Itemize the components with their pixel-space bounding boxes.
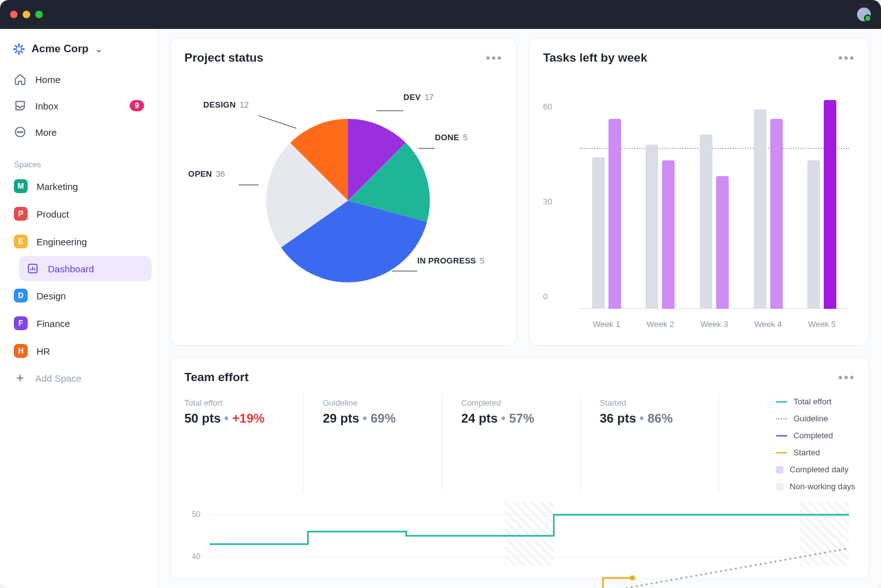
space-icon: F	[14, 316, 28, 330]
pie-label-dev: DEV17	[403, 92, 434, 102]
nav-inbox-label: Inbox	[35, 101, 59, 111]
tasks-left-card: Tasks left by week ••• 03060Week 1Week 2…	[529, 38, 870, 346]
workspace-switcher[interactable]: Acme Corp ⌄	[6, 38, 152, 67]
sidebar-space-hr[interactable]: HHR	[6, 338, 152, 364]
svg-point-9	[18, 131, 19, 133]
spaces-heading: Spaces	[6, 155, 152, 173]
bar[interactable]	[770, 119, 783, 309]
svg-line-5	[21, 51, 23, 53]
stat-value: 29 pts • 69%	[323, 411, 423, 426]
stat-label: Completed	[461, 398, 561, 408]
close-window-icon[interactable]	[10, 11, 18, 18]
minimize-window-icon[interactable]	[23, 11, 30, 18]
stat-started: Started36 pts • 86%	[600, 394, 719, 491]
card-menu-button[interactable]: •••	[838, 55, 855, 60]
stat-completed: Completed24 pts • 57%	[461, 394, 581, 491]
space-label: Engineering	[36, 236, 87, 247]
bar-group	[802, 75, 841, 309]
bar-group	[587, 75, 626, 309]
team-effort-card: Team effort ••• Total effort50 pts • +19…	[170, 357, 870, 579]
bar[interactable]	[807, 160, 820, 309]
sidebar-space-engineering[interactable]: EEngineering	[6, 228, 152, 255]
y-tick: 0	[543, 292, 547, 301]
x-label: Week 5	[802, 319, 841, 329]
bar-group	[695, 75, 734, 309]
x-label: Week 3	[695, 319, 734, 329]
card-title: Tasks left by week	[543, 51, 647, 65]
x-label: Week 4	[749, 319, 788, 329]
legend-non-working: Non-working days	[776, 482, 855, 491]
project-status-pie	[184, 78, 503, 323]
sidebar: Acme Corp ⌄ Home Inbox 9 More	[0, 29, 159, 588]
legend-completed-daily: Completed daily	[776, 465, 855, 474]
svg-line-22	[259, 116, 296, 128]
dashboard-icon	[26, 262, 39, 275]
bar[interactable]	[824, 100, 836, 309]
maximize-window-icon[interactable]	[35, 11, 43, 18]
bar[interactable]	[592, 157, 605, 309]
project-status-card: Project status ••• DEV17DONE5IN PROGRESS…	[170, 38, 517, 346]
card-menu-button[interactable]: •••	[838, 375, 855, 380]
team-effort-chart	[184, 502, 855, 588]
bar-group	[749, 75, 788, 309]
home-icon	[14, 73, 26, 86]
window-controls	[10, 11, 43, 18]
titlebar	[0, 0, 881, 29]
bar[interactable]	[700, 135, 712, 309]
card-title: Team effort	[184, 370, 249, 384]
space-label: Product	[36, 209, 69, 219]
series-guideline[interactable]	[210, 548, 849, 588]
series-total-effort[interactable]	[210, 514, 849, 544]
inbox-icon	[14, 99, 26, 112]
bar[interactable]	[716, 176, 729, 309]
more-icon	[14, 126, 26, 138]
svg-point-10	[20, 131, 21, 133]
space-icon: D	[14, 289, 28, 302]
legend-total: Total effort	[776, 397, 855, 406]
series-started[interactable]	[308, 578, 632, 588]
chevron-down-icon: ⌄	[95, 44, 103, 54]
space-icon: H	[14, 344, 28, 358]
stat-value: 36 pts • 86%	[600, 411, 700, 426]
sidebar-space-product[interactable]: PProduct	[6, 201, 152, 227]
stat-total: Total effort50 pts • +19%	[184, 394, 304, 491]
stat-label: Guideline	[323, 398, 423, 408]
pie-label-in-progress: IN PROGRESS5	[417, 256, 485, 265]
add-space-button[interactable]: Add Space	[6, 365, 152, 391]
y-tick: 60	[543, 102, 552, 111]
legend-guideline: Guideline	[776, 414, 855, 423]
stat-value: 24 pts • 57%	[461, 411, 561, 426]
stat-guideline: Guideline29 pts • 69%	[323, 394, 442, 491]
nav-more-label: More	[35, 127, 57, 138]
sidebar-space-finance[interactable]: FFinance	[6, 310, 152, 336]
bar[interactable]	[754, 109, 766, 309]
bar[interactable]	[609, 119, 621, 309]
x-label: Week 1	[587, 319, 626, 329]
legend-started: Started	[776, 448, 855, 457]
sidebar-space-marketing[interactable]: MMarketing	[6, 173, 152, 199]
nav-home[interactable]: Home	[6, 67, 152, 92]
svg-line-4	[16, 46, 18, 48]
subnav-label: Dashboard	[48, 263, 94, 274]
bar[interactable]	[646, 145, 658, 309]
nav-more[interactable]: More	[6, 119, 152, 145]
add-space-label: Add Space	[35, 373, 81, 384]
space-label: Finance	[36, 318, 70, 329]
bar[interactable]	[662, 160, 675, 309]
space-label: Marketing	[36, 181, 78, 192]
space-icon: P	[14, 207, 28, 221]
sidebar-space-design[interactable]: DDesign	[6, 282, 152, 309]
space-label: Design	[36, 291, 66, 301]
plus-icon	[14, 372, 26, 384]
main-content: Project status ••• DEV17DONE5IN PROGRESS…	[159, 29, 881, 588]
stat-label: Total effort	[184, 398, 284, 408]
nav-inbox[interactable]: Inbox 9	[6, 93, 152, 118]
card-title: Project status	[184, 51, 264, 65]
subnav-dashboard[interactable]: Dashboard	[19, 256, 152, 281]
y-tick: 30	[543, 197, 552, 206]
pie-label-design: DESIGN12	[203, 100, 249, 109]
bar-group	[641, 75, 680, 309]
user-avatar[interactable]	[857, 8, 871, 21]
space-icon: E	[14, 235, 28, 248]
card-menu-button[interactable]: •••	[486, 55, 503, 60]
